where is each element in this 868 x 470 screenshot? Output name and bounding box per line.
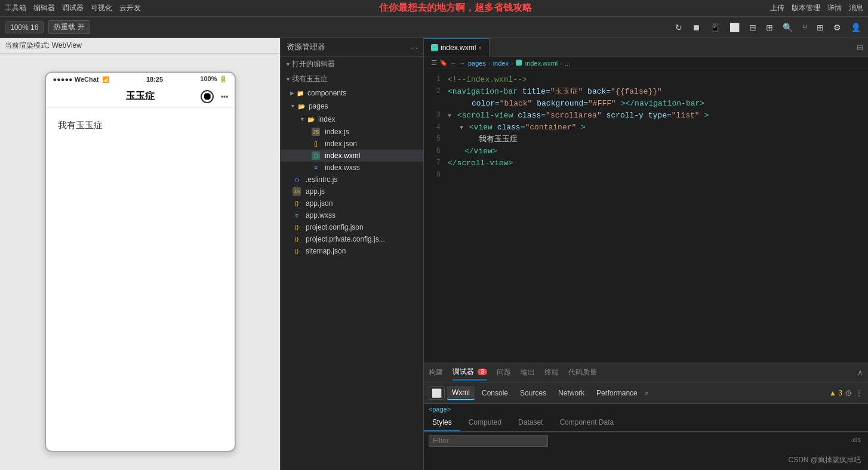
- file-project-config-label: project.config.json: [306, 223, 364, 231]
- inspector-breadcrumb: <page>: [424, 404, 868, 415]
- content-text: 我有玉玉症: [58, 120, 103, 130]
- bottom-tab-output[interactable]: 输出: [521, 365, 535, 380]
- inspector-tab-dataset[interactable]: Dataset: [510, 415, 551, 431]
- file-index-json[interactable]: {} index.json: [281, 138, 423, 150]
- explorer-title: 资源管理器: [287, 42, 325, 52]
- file-app-js-label: app.js: [306, 187, 325, 196]
- explorer-more-icon[interactable]: ···: [411, 43, 417, 52]
- panel-collapse-icon[interactable]: ∧: [857, 368, 863, 377]
- section-project[interactable]: ▼ 我有玉玉症: [281, 72, 423, 86]
- battery-icon: 🔋: [219, 75, 227, 82]
- menu-version[interactable]: 版本管理: [792, 3, 820, 13]
- bottom-tab-issues[interactable]: 问题: [497, 365, 511, 380]
- bottom-tab-terminal[interactable]: 终端: [544, 365, 559, 380]
- inspector-page-link[interactable]: <page>: [429, 406, 451, 413]
- tab-close-btn[interactable]: ×: [478, 45, 482, 51]
- devtools-menu-icon[interactable]: ⋮: [855, 388, 863, 398]
- breadcrumb-more[interactable]: ...: [565, 60, 570, 67]
- breadcrumb-forward[interactable]: →: [459, 60, 466, 67]
- folder-pages-label: pages: [309, 102, 328, 110]
- devtools-tab-network[interactable]: Network: [553, 386, 589, 400]
- devtools-tab-console[interactable]: Console: [477, 386, 513, 400]
- inspector-tab-styles[interactable]: Styles: [424, 415, 460, 431]
- breadcrumb-back[interactable]: ←: [450, 60, 457, 67]
- wifi-icon: 📶: [102, 76, 109, 83]
- chevron-index: ▼: [300, 116, 305, 122]
- menu-message[interactable]: 消息: [849, 3, 863, 13]
- bottom-tab-quality[interactable]: 代码质量: [568, 365, 597, 380]
- file-app-wxss-label: app.wxss: [306, 211, 335, 219]
- devtools-tab-sources[interactable]: Sources: [515, 386, 551, 400]
- chevron-pages: ▼: [290, 103, 296, 109]
- file-eslintrc[interactable]: ⚙ .eslintrc.js: [281, 174, 423, 185]
- file-app-wxss[interactable]: ≡ app.wxss: [281, 209, 423, 221]
- file-index-wxml[interactable]: ⊡ index.wxml: [281, 150, 423, 162]
- hot-reload-toggle[interactable]: 热重载 开: [48, 20, 90, 34]
- menu-cloud[interactable]: 云开发: [119, 3, 141, 13]
- phone-icon[interactable]: 📱: [707, 21, 722, 33]
- folder-pages[interactable]: ▼ 📂 pages: [281, 100, 423, 113]
- devtools-tab-performance[interactable]: Performance: [592, 386, 642, 400]
- devtools-gear-icon[interactable]: ⚙: [845, 388, 852, 398]
- file-index-js[interactable]: JS index.js: [281, 126, 423, 138]
- file-index-wxss[interactable]: ≡ index.wxss: [281, 162, 423, 174]
- grid-icon[interactable]: ⊞: [814, 21, 826, 33]
- inspector-tabs: Styles Computed Dataset Component Data: [424, 415, 868, 432]
- inspector-tab-computed[interactable]: Computed: [460, 415, 510, 431]
- zoom-selector[interactable]: 100% 16: [5, 21, 44, 33]
- refresh-icon[interactable]: ↻: [673, 21, 685, 33]
- breadcrumb-pages[interactable]: pages: [468, 60, 486, 67]
- branch-icon[interactable]: ⑂: [800, 21, 809, 33]
- breadcrumb-index[interactable]: index: [493, 60, 509, 67]
- section-open-editors-label: 打开的编辑器: [292, 59, 335, 69]
- file-app-js[interactable]: JS app.js: [281, 185, 423, 197]
- menu-detail[interactable]: 详情: [827, 3, 842, 13]
- stop-icon[interactable]: ⏹: [690, 21, 703, 33]
- devtools-tab-wxml[interactable]: Wxml: [447, 386, 475, 400]
- top-bar: 工具箱 编辑器 调试器 可视化 云开发 住你最想去的地方啊，超多省钱攻略 上传 …: [0, 0, 868, 17]
- folder-icon-index: 📂: [306, 115, 316, 124]
- bottom-tab-build[interactable]: 构建: [429, 365, 443, 380]
- split-editor-icon[interactable]: ⊟: [857, 43, 863, 52]
- tab-index-wxml[interactable]: index.wxml ×: [424, 38, 490, 57]
- folder-index[interactable]: ▼ 📂 index: [281, 113, 423, 126]
- menu-upload[interactable]: 上传: [770, 3, 784, 13]
- menu-visual[interactable]: 可视化: [91, 3, 112, 13]
- breadcrumb-file: index.wxml: [516, 60, 558, 67]
- split-view-icon[interactable]: ⊟: [747, 21, 759, 33]
- app-js-icon: JS: [293, 187, 301, 196]
- editor-panel: index.wxml × ⊟ ☰ 🔖 ← → pages › index › i…: [424, 38, 868, 470]
- section-open-editors[interactable]: ▼ 打开的编辑器: [281, 57, 423, 72]
- menu-tools[interactable]: 工具箱: [5, 3, 26, 13]
- user-icon[interactable]: 👤: [848, 21, 863, 33]
- filter-input[interactable]: [429, 435, 548, 447]
- app-json-icon: {}: [293, 199, 301, 208]
- nav-circle-btn[interactable]: ⏺: [201, 90, 214, 103]
- file-sitemap-label: sitemap.json: [306, 247, 346, 255]
- tablet-icon[interactable]: ⬜: [727, 21, 742, 33]
- file-project-private[interactable]: {} project.private.config.js...: [281, 233, 423, 245]
- devtools-inspect-icon[interactable]: ⬜: [429, 386, 445, 400]
- file-project-config[interactable]: {} project.config.json: [281, 221, 423, 233]
- battery-pct: 100%: [200, 75, 217, 82]
- settings-icon[interactable]: ⚙: [831, 21, 844, 33]
- devtools-warning-badge[interactable]: ▲ 3: [829, 389, 842, 397]
- wrap-icon[interactable]: ⊞: [764, 21, 775, 33]
- code-line-6: 6 </view>: [424, 146, 868, 157]
- search-icon[interactable]: 🔍: [780, 21, 795, 33]
- inspector-tab-component-data[interactable]: Component Data: [551, 415, 622, 431]
- nav-more-icon[interactable]: •••: [221, 92, 229, 101]
- simulator-panel: 当前渲染模式: WebView ●●●●● WeChat 📶 18:25 100…: [0, 38, 281, 470]
- file-sitemap[interactable]: {} sitemap.json: [281, 245, 423, 257]
- devtools-more-icon[interactable]: »: [645, 389, 649, 397]
- folder-components[interactable]: ▶ 📁 components: [281, 86, 423, 100]
- bottom-panel-actions: ∧: [857, 368, 863, 377]
- code-editor[interactable]: 1 <!--index.wxml--> 2 <navigation-bar ti…: [424, 69, 868, 363]
- filter-cls-badge[interactable]: .cls: [849, 435, 864, 444]
- main-layout: 当前渲染模式: WebView ●●●●● WeChat 📶 18:25 100…: [0, 38, 868, 470]
- menu-editor[interactable]: 编辑器: [33, 3, 55, 13]
- file-app-json[interactable]: {} app.json: [281, 197, 423, 209]
- menu-debugger[interactable]: 调试器: [62, 3, 84, 13]
- bottom-tab-debugger[interactable]: 调试器 3: [453, 364, 487, 381]
- status-bar: ●●●●● WeChat 📶 18:25 100% 🔋: [46, 73, 235, 85]
